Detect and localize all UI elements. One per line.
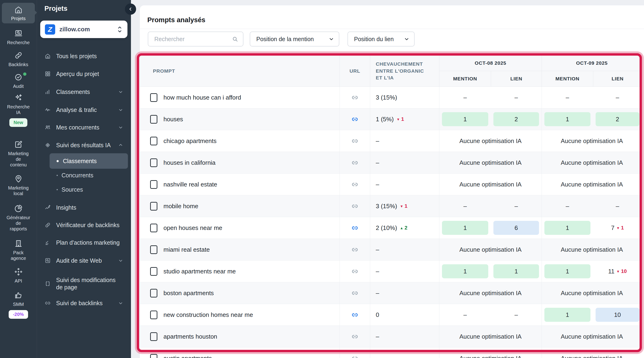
submenu-item-sources[interactable]: Sources xyxy=(56,186,83,193)
table-row: mobile home3 (15%)▼1–––– xyxy=(140,195,642,217)
no-ai-optimization-label: Aucune optimisation IA xyxy=(460,333,522,340)
row-checkbox[interactable] xyxy=(150,93,158,102)
search-box xyxy=(148,31,244,46)
rail-item-marketing-local[interactable]: Marketing local xyxy=(0,174,37,196)
url-link-icon[interactable] xyxy=(351,268,358,275)
sidebar-collapse-button[interactable] xyxy=(125,3,136,15)
sidebar-item-audit-site-web[interactable]: Audit de site Web xyxy=(44,257,124,264)
url-link-icon[interactable] xyxy=(351,94,358,101)
url-link-icon[interactable] xyxy=(351,333,358,340)
row-checkbox[interactable] xyxy=(150,311,158,319)
rail-item-smm[interactable]: SMM -20% xyxy=(0,291,37,319)
search-input[interactable] xyxy=(154,35,232,43)
sidebar-item-verificateur-backlinks[interactable]: Vérificateur de backlinks xyxy=(44,222,124,229)
url-link-icon[interactable] xyxy=(351,159,358,166)
overlap-value: 2 (10%) xyxy=(376,224,397,232)
row-checkbox[interactable] xyxy=(150,224,158,232)
table-row: how much house can i afford3 (15%)–––– xyxy=(140,87,642,108)
url-link-icon[interactable] xyxy=(351,203,358,210)
rail-item-label: API xyxy=(14,278,22,284)
url-link-icon[interactable] xyxy=(351,311,358,319)
research-icon xyxy=(14,29,23,38)
position-badge: 1 xyxy=(544,221,590,235)
url-link-icon[interactable] xyxy=(351,224,358,232)
row-checkbox[interactable] xyxy=(150,354,158,358)
rail-item-pack-agence[interactable]: Pack agence xyxy=(0,239,37,261)
sidebar-item-mes-concurrents[interactable]: Mes concurrents xyxy=(44,124,124,131)
subheader-mention[interactable]: MENTION xyxy=(439,71,491,86)
rail-item-generateur-rapports[interactable]: Générateur de rapports xyxy=(0,204,37,232)
sidebar-item-suivi-resultats-ia[interactable]: Suivi des résultats IA xyxy=(44,142,124,149)
url-link-icon[interactable] xyxy=(351,355,358,358)
chevron-down-icon xyxy=(118,107,124,113)
rail-item-marketing-contenu[interactable]: Marketing de contenu xyxy=(0,140,37,168)
url-link-icon[interactable] xyxy=(351,116,358,123)
insights-trend-icon xyxy=(44,204,51,211)
sidebar-item-label: Suivi des modifications de page xyxy=(56,277,124,291)
table-body: how much house can i afford3 (15%)––––ho… xyxy=(140,87,642,358)
subheader-lien[interactable]: LIEN xyxy=(491,71,542,86)
overlap-value: – xyxy=(376,268,379,275)
backlink-chain-icon xyxy=(14,51,23,60)
position-badge: 1 xyxy=(544,112,590,126)
sidebar-item-plan-actions-marketing[interactable]: Plan d'actions marketing xyxy=(44,239,124,246)
row-checkbox[interactable] xyxy=(150,137,158,145)
sidebar-item-analyse-trafic[interactable]: Analyse & trafic xyxy=(44,106,124,114)
submenu-item-concurrents[interactable]: Concurrents xyxy=(56,172,93,179)
rail-item-label: Générateur de rapports xyxy=(6,215,30,232)
prompt-text: miami real estate xyxy=(164,246,210,253)
filter-position-mention[interactable]: Position de la mention xyxy=(250,31,339,46)
sidebar-item-classements[interactable]: Classements xyxy=(44,88,124,96)
url-link-icon[interactable] xyxy=(351,290,358,297)
rail-item-backlinks[interactable]: Backlinks xyxy=(0,51,37,67)
sidebar-item-suivi-de-backlinks[interactable]: Suivi de backlinks xyxy=(44,300,124,307)
row-checkbox[interactable] xyxy=(150,115,158,124)
url-link-icon[interactable] xyxy=(351,181,358,188)
sidebar-item-label: Audit de site Web xyxy=(56,257,113,264)
project-selector[interactable]: Z zillow.com xyxy=(40,20,128,38)
overlap-value: 3 (15%) xyxy=(376,94,397,101)
submenu-item-classements-active[interactable]: Classements xyxy=(50,153,128,169)
rail-item-audit[interactable]: Audit xyxy=(0,72,37,89)
rail-item-recherche[interactable]: Recherche xyxy=(0,29,37,45)
subheader-lien[interactable]: LIEN xyxy=(593,71,642,86)
new-badge: New xyxy=(9,118,27,127)
rail-item-recherche-ia[interactable]: Recherche IA New xyxy=(0,93,37,127)
rail-item-projets[interactable]: Projets xyxy=(2,3,35,23)
column-header-overlap[interactable]: CHEVAUCHEMENT ENTRE L'ORGANIC ET L'IA xyxy=(370,55,439,86)
row-checkbox[interactable] xyxy=(150,158,158,167)
row-checkbox[interactable] xyxy=(150,245,158,254)
row-checkbox[interactable] xyxy=(150,202,158,211)
row-checkbox[interactable] xyxy=(150,332,158,341)
filter-position-lien[interactable]: Position du lien xyxy=(348,31,414,46)
url-link-icon[interactable] xyxy=(351,246,358,253)
column-header-url[interactable]: URL xyxy=(340,55,370,86)
prompt-text: nashville real estate xyxy=(164,181,217,188)
sidebar-item-suivi-modifications-page[interactable]: Suivi des modifications de page xyxy=(44,277,124,291)
overlap-value: – xyxy=(376,290,379,297)
prompt-text: open houses near me xyxy=(164,224,222,232)
rail-item-label: Marketing de contenu xyxy=(8,151,29,168)
subheader-mention[interactable]: MENTION xyxy=(542,71,593,86)
rail-item-label: SMM xyxy=(13,302,24,307)
url-link-icon[interactable] xyxy=(351,137,358,145)
no-ai-optimization-label: Aucune optimisation IA xyxy=(561,181,623,188)
no-value-dash: – xyxy=(464,203,467,210)
sidebar-item-tous-les-projets[interactable]: Tous les projets xyxy=(44,52,124,60)
rail-item-label: Backlinks xyxy=(8,62,28,67)
row-checkbox[interactable] xyxy=(150,180,158,189)
no-value-dash: – xyxy=(514,203,518,210)
column-header-prompt[interactable]: PROMPT xyxy=(140,55,340,86)
overlap-value: 1 (5%) xyxy=(376,116,394,123)
row-checkbox[interactable] xyxy=(150,289,158,298)
sidebar-item-insights[interactable]: Insights xyxy=(44,204,124,211)
delta-down: ▼1 xyxy=(396,116,404,122)
active-bullet xyxy=(56,160,59,162)
rail-item-api[interactable]: API xyxy=(0,267,37,284)
no-ai-optimization-label: Aucune optimisation IA xyxy=(460,355,522,358)
row-checkbox[interactable] xyxy=(150,267,158,276)
filter-label: Position de la mention xyxy=(256,36,325,42)
no-ai-optimization-label: Aucune optimisation IA xyxy=(561,246,623,253)
pie-chart-icon xyxy=(14,204,23,213)
sidebar-item-apercu-du-projet[interactable]: Aperçu du projet xyxy=(44,70,124,78)
